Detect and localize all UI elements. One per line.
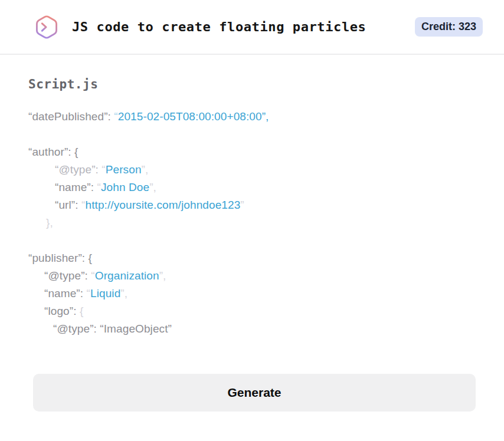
- code-token: “logo”:: [44, 305, 80, 317]
- code-token: John Doe: [101, 181, 149, 193]
- code-token: ”,: [120, 287, 127, 300]
- code-token: ”,: [142, 163, 149, 176]
- code-line: “name”: “Liquid”,: [28, 285, 476, 302]
- code-line: },: [28, 214, 476, 232]
- code-line: “@type”: “Organization”,: [28, 267, 476, 285]
- code-line: [28, 126, 476, 143]
- code-line: “publisher”: {: [28, 249, 476, 267]
- code-line: “@type”: “ImageObject”: [28, 320, 476, 338]
- code-token: “@type”:: [44, 269, 91, 282]
- code-token: “@type”: “ImageObject”: [53, 322, 172, 335]
- content-area: Script.js “datePublished”: “2015-02-05T0…: [0, 77, 504, 412]
- code-line: “datePublished”: “2015-02-05T08:00:00+08…: [28, 108, 476, 126]
- code-token: Liquid: [90, 287, 120, 300]
- app-header: JS code to create floating particles Cre…: [0, 0, 504, 55]
- code-token: “name”:: [55, 181, 97, 193]
- code-token: {: [80, 305, 83, 317]
- code-token: “author”: {: [28, 146, 78, 158]
- app-window: JS code to create floating particles Cre…: [0, 0, 504, 412]
- credit-badge: Credit: 323: [415, 17, 483, 37]
- code-token: },: [46, 216, 53, 229]
- code-token: “datePublished”:: [28, 110, 114, 123]
- code-line: “author”: {: [28, 143, 476, 161]
- code-line: “name”: “John Doe”,: [28, 179, 476, 196]
- code-line: [28, 232, 476, 249]
- code-token: “url”:: [55, 199, 81, 211]
- code-token: http://yoursite.com/johndoe123: [85, 199, 240, 211]
- code-output: “datePublished”: “2015-02-05T08:00:00+08…: [28, 108, 476, 338]
- code-line: “logo”: {: [28, 302, 476, 320]
- code-token: 2015-02-05T08:00:00+08:00”,: [118, 110, 269, 123]
- generate-button[interactable]: Generate: [33, 374, 476, 412]
- code-token: “name”:: [44, 287, 87, 300]
- script-filename: Script.js: [28, 77, 476, 91]
- code-token: Organization: [95, 269, 159, 282]
- code-token: “publisher”: {: [28, 252, 92, 264]
- code-token: ”,: [159, 269, 166, 282]
- page-title: JS code to create floating particles: [72, 19, 366, 34]
- code-token: Person: [106, 163, 142, 176]
- code-line: “url”: “http://yoursite.com/johndoe123”: [28, 196, 476, 214]
- code-token: ”,: [149, 181, 156, 193]
- code-token: ”: [240, 199, 244, 211]
- code-line: “@type”: “Person”,: [28, 161, 476, 179]
- terminal-hexagon-icon: [33, 14, 60, 41]
- code-token: “@type”:: [55, 163, 102, 176]
